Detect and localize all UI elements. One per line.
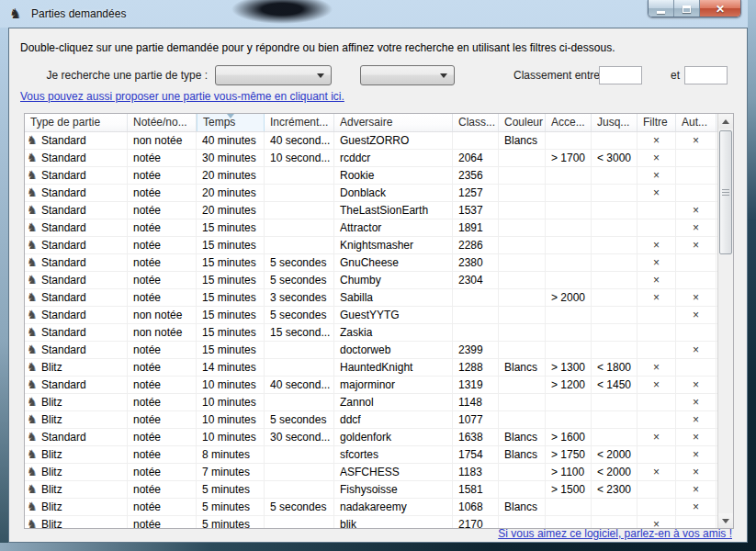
table-row[interactable]: ♞Standardnotée15 minutes5 secondesGnuChe…: [25, 254, 717, 272]
minimize-button[interactable]: [649, 0, 674, 17]
cell-increment: 5 secondes: [265, 272, 334, 288]
table-row[interactable]: ♞Standardnotée15 minutes3 secondesSabill…: [25, 289, 717, 307]
table-row[interactable]: ♞Standardnon notée15 minutes15 second...…: [25, 324, 717, 342]
table-row[interactable]: ♞Blitznotée5 minutes5 secondesnadakareem…: [25, 499, 717, 516]
cell-rated: notée: [128, 289, 197, 306]
game-subtype-combobox[interactable]: [360, 65, 455, 85]
games-table-main: Type de partie Notée/no... Temps Incréme…: [25, 114, 717, 528]
rating-min-input[interactable]: [599, 66, 642, 84]
chess-knight-icon: ♞: [27, 168, 41, 183]
table-row[interactable]: ♞Standardnotée15 minutesKnightsmasher228…: [25, 237, 717, 254]
cell-auto: [676, 150, 717, 166]
column-header-filter[interactable]: Filtre: [638, 114, 676, 131]
title-bar[interactable]: ♞ Parties demandées ✕: [0, 0, 756, 28]
table-row[interactable]: ♞Standardnon notée40 minutes40 second...…: [25, 132, 717, 150]
cell-time: 15 minutes: [197, 289, 265, 306]
rating-between-label: Classement entre: [513, 69, 600, 82]
cell-time: 10 minutes: [197, 394, 265, 410]
cell-rated: notée: [128, 272, 197, 288]
cell-rated: notée: [128, 394, 197, 410]
cell-color: [499, 342, 546, 358]
table-row[interactable]: ♞Blitznotée7 minutesASFCHESS1183> 1100< …: [25, 464, 717, 481]
chess-knight-icon: ♞: [27, 220, 41, 235]
game-type-text: Blitz: [41, 481, 62, 498]
cell-above: [546, 342, 592, 358]
table-row[interactable]: ♞Standardnon notée15 minutes5 secondesGu…: [25, 307, 717, 324]
column-header-up-to[interactable]: Jusq...: [592, 114, 638, 131]
propose-game-link[interactable]: Vous pouvez aussi proposer une partie vo…: [20, 90, 344, 103]
table-row[interactable]: ♞Standardnotée10 minutes40 second...majo…: [25, 377, 717, 394]
scrollbar-thumb[interactable]: [719, 130, 732, 254]
column-header-rated[interactable]: Notée/no...: [128, 114, 197, 131]
cell-above: [546, 219, 592, 236]
column-header-time[interactable]: Temps: [197, 114, 265, 131]
table-row[interactable]: ♞Standardnotée30 minutes10 second...rcdd…: [25, 150, 717, 167]
chess-knight-icon: ♞: [27, 133, 41, 148]
column-header-adversary[interactable]: Adversaire: [334, 114, 453, 131]
table-row[interactable]: ♞Blitznotée14 minutesHauntedKnight1288Bl…: [25, 359, 717, 377]
table-row[interactable]: ♞Standardnotée20 minutesDonblack1257×: [25, 185, 717, 202]
cell-type: ♞Blitz: [25, 464, 128, 480]
table-row[interactable]: ♞Standardnotée20 minutesRookie2356×: [25, 167, 717, 185]
cell-rating: [453, 324, 499, 341]
scroll-down-button[interactable]: [718, 513, 733, 528]
column-header-accept-above[interactable]: Acce...: [546, 114, 592, 131]
cell-type: ♞Standard: [25, 150, 128, 166]
cell-color: [499, 307, 546, 323]
column-header-rating[interactable]: Class...: [453, 114, 499, 131]
cell-filter: ×: [638, 377, 676, 393]
table-row[interactable]: ♞Blitznotée10 minutes5 secondesddcf1077×: [25, 411, 717, 429]
tell-friends-link[interactable]: Si vous aimez ce logiciel, parlez-en à v…: [498, 527, 732, 540]
maximize-button[interactable]: [674, 0, 700, 17]
column-header-color[interactable]: Couleur: [499, 114, 546, 131]
vertical-scrollbar[interactable]: [717, 114, 733, 528]
cell-color: [499, 272, 546, 288]
table-row[interactable]: ♞Standardnotée15 minutes5 secondesChumby…: [25, 272, 717, 289]
cell-above: [546, 324, 592, 341]
column-header-increment[interactable]: Incrément...: [265, 114, 334, 131]
table-row[interactable]: ♞Standardnotée10 minutes30 second...gold…: [25, 429, 717, 446]
table-row[interactable]: ♞Standardnotée15 minutesAttractor1891×: [25, 219, 717, 237]
cell-rating: 1537: [453, 202, 499, 219]
table-row[interactable]: ♞Blitznotée5 minutesFishysoisse1581> 150…: [25, 481, 717, 499]
arrow-up-icon: [722, 119, 729, 124]
column-header-type[interactable]: Type de partie: [25, 114, 128, 131]
game-type-combobox[interactable]: [215, 65, 332, 85]
cell-time: 14 minutes: [197, 359, 265, 376]
game-type-text: Blitz: [41, 411, 62, 428]
cell-rating: [453, 307, 499, 323]
rating-max-input[interactable]: [684, 66, 728, 84]
cell-auto: ×: [676, 499, 717, 515]
cell-above: [546, 167, 592, 184]
cell-rating: 1257: [453, 185, 499, 201]
cell-below: < 2000: [592, 464, 638, 480]
cell-filter: ×: [638, 464, 676, 480]
cell-above: > 1500: [546, 481, 592, 498]
chess-knight-icon: ♞: [27, 290, 41, 305]
cell-color: [499, 289, 546, 306]
column-header-auto[interactable]: Aut...: [676, 114, 717, 131]
cell-below: [592, 167, 638, 184]
cell-increment: [265, 202, 334, 219]
table-row[interactable]: ♞Standardnotée20 minutesTheLastSionEarth…: [25, 202, 717, 219]
cell-auto: ×: [676, 342, 717, 358]
cell-rating: 2064: [453, 150, 499, 166]
cell-increment: 5 secondes: [265, 254, 334, 271]
cell-type: ♞Blitz: [25, 516, 128, 528]
scroll-up-button[interactable]: [718, 114, 733, 129]
table-row[interactable]: ♞Blitznotée8 minutessfcortes1754Blancs> …: [25, 446, 717, 464]
cell-rating: 1319: [453, 377, 499, 393]
cell-auto: ×: [676, 377, 717, 393]
cell-rating: 2304: [453, 272, 499, 288]
cell-above: > 1750: [546, 446, 592, 463]
cell-above: [546, 411, 592, 428]
cell-time: 40 minutes: [197, 132, 265, 149]
table-row[interactable]: ♞Standardnotée15 minutesdoctorweb2399×: [25, 342, 717, 359]
intro-text: Double-cliquez sur une partie demandée p…: [20, 41, 615, 54]
table-header: Type de partie Notée/no... Temps Incréme…: [25, 114, 717, 132]
cell-increment: [265, 185, 334, 201]
close-button[interactable]: ✕: [700, 0, 740, 17]
cell-adversary: sfcortes: [334, 446, 453, 463]
table-row[interactable]: ♞Blitznotée10 minutesZannol1148×: [25, 394, 717, 411]
cell-increment: [265, 237, 334, 253]
